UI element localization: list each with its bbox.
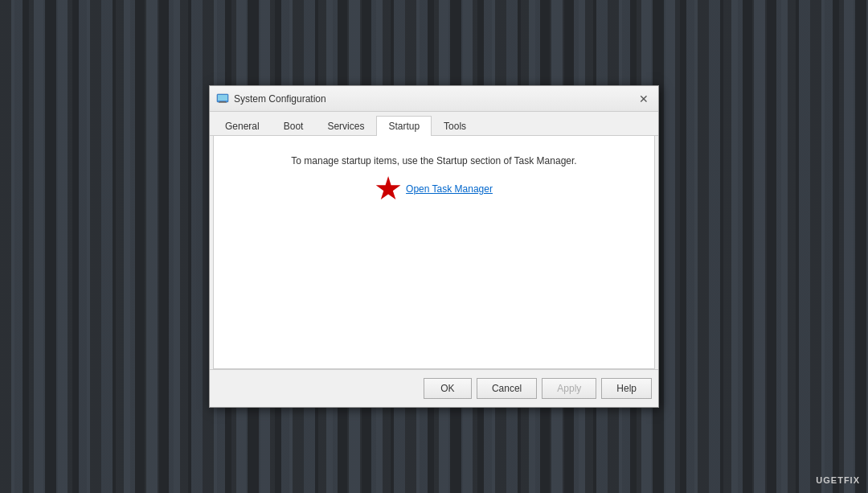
svg-rect-1 bbox=[218, 95, 227, 101]
tabs-bar: General Boot Services Startup Tools bbox=[210, 112, 658, 136]
svg-rect-3 bbox=[219, 102, 227, 103]
svg-rect-2 bbox=[219, 101, 226, 102]
apply-button[interactable]: Apply bbox=[542, 378, 596, 399]
app-icon bbox=[216, 92, 229, 105]
cancel-button[interactable]: Cancel bbox=[477, 378, 537, 399]
help-button[interactable]: Help bbox=[601, 378, 652, 399]
open-task-manager-link[interactable]: Open Task Manager bbox=[406, 183, 493, 195]
ok-button[interactable]: OK bbox=[424, 378, 472, 399]
close-button[interactable]: ✕ bbox=[636, 91, 652, 107]
content-area: To manage startup items, use the Startup… bbox=[213, 136, 655, 369]
link-row: Open Task Manager bbox=[375, 176, 493, 202]
description-text: To manage startup items, use the Startup… bbox=[291, 155, 576, 166]
tab-boot[interactable]: Boot bbox=[272, 116, 316, 136]
watermark: UGETFIX bbox=[816, 475, 860, 485]
system-config-dialog: System Configuration ✕ General Boot Serv… bbox=[209, 85, 659, 408]
tab-startup[interactable]: Startup bbox=[376, 116, 432, 136]
title-bar: System Configuration ✕ bbox=[210, 86, 658, 112]
star-icon bbox=[375, 176, 401, 202]
dialog-title: System Configuration bbox=[234, 93, 326, 105]
tab-general[interactable]: General bbox=[213, 116, 272, 136]
tab-services[interactable]: Services bbox=[315, 116, 376, 136]
title-bar-left: System Configuration bbox=[216, 92, 326, 105]
tab-tools[interactable]: Tools bbox=[432, 116, 478, 136]
button-bar: OK Cancel Apply Help bbox=[210, 369, 658, 407]
